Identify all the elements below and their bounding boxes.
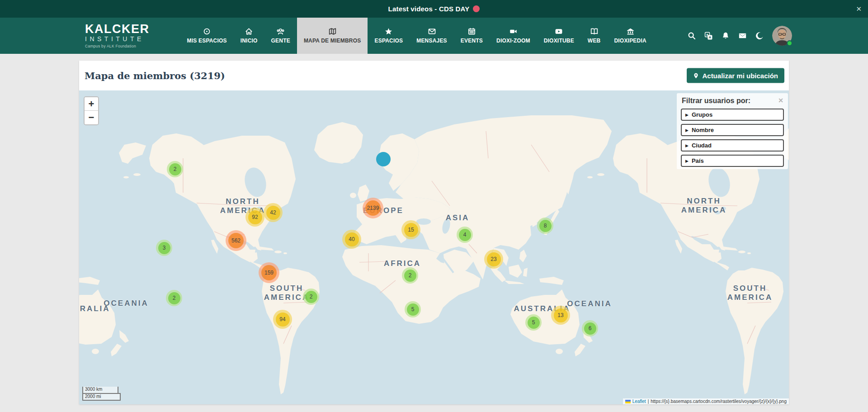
filter-accordion-grupos[interactable]: ▶Grupos bbox=[681, 109, 784, 121]
attribution-separator: | bbox=[648, 399, 649, 404]
filter-accordion-label: Ciudad bbox=[692, 142, 712, 149]
filter-accordion-label: País bbox=[692, 157, 704, 164]
envelope-icon bbox=[428, 28, 436, 35]
nav-item-events[interactable]: EVENTS bbox=[454, 18, 490, 54]
caret-right-icon: ▶ bbox=[685, 113, 689, 117]
brand-logo[interactable]: KALCKER INSTITUTE Campus by ALK Foundati… bbox=[85, 18, 150, 54]
member-cluster[interactable]: 94 bbox=[273, 310, 292, 329]
moon-icon[interactable] bbox=[755, 32, 764, 40]
translate-icon[interactable]: aA bbox=[704, 32, 713, 40]
nav-item-mis-espacios[interactable]: MIS ESPACIOS bbox=[180, 18, 234, 54]
nav-item-inicio[interactable]: INICIO bbox=[234, 18, 264, 54]
bank-icon bbox=[627, 28, 634, 35]
member-cluster[interactable]: 2 bbox=[167, 161, 183, 177]
cluster-count: 5 bbox=[532, 319, 535, 326]
user-avatar[interactable] bbox=[772, 26, 792, 46]
single-member-marker[interactable] bbox=[376, 152, 391, 166]
caret-right-icon: ▶ bbox=[685, 159, 689, 163]
member-cluster[interactable]: 5 bbox=[525, 314, 542, 331]
target-icon bbox=[203, 28, 211, 35]
online-status-dot bbox=[787, 40, 793, 46]
zoom-out-button[interactable]: − bbox=[85, 111, 98, 124]
member-cluster[interactable]: 2 bbox=[402, 267, 418, 284]
people-icon bbox=[277, 28, 284, 35]
ukraine-flag-icon bbox=[625, 400, 631, 403]
nav-menu: MIS ESPACIOSINICIOGENTEMAPA DE MIEMBROSE… bbox=[180, 18, 653, 54]
cluster-count: 94 bbox=[279, 316, 285, 322]
member-cluster[interactable]: 92 bbox=[245, 208, 264, 227]
cluster-count: 92 bbox=[252, 214, 258, 220]
announcement-banner: Latest videos - CDS DAY ✕ bbox=[0, 0, 868, 18]
members-map[interactable]: NORTH AMERICANORTH AMERICAEUROPEASIAAFRI… bbox=[79, 90, 789, 404]
filter-accordion-nombre[interactable]: ▶Nombre bbox=[681, 124, 784, 136]
member-cluster[interactable]: 4 bbox=[457, 227, 473, 243]
leaflet-link[interactable]: Leaflet bbox=[632, 399, 646, 404]
cluster-count: 42 bbox=[270, 209, 276, 216]
caret-right-icon: ▶ bbox=[685, 128, 689, 133]
member-cluster[interactable]: 2139 bbox=[363, 198, 383, 218]
youtube-icon bbox=[555, 28, 563, 35]
nav-item-web[interactable]: WEB bbox=[581, 18, 608, 54]
member-cluster[interactable]: 23 bbox=[484, 250, 503, 269]
cluster-count: 2 bbox=[174, 166, 177, 172]
filter-close-icon[interactable]: ✕ bbox=[778, 97, 783, 104]
cluster-count: 40 bbox=[349, 236, 354, 242]
member-cluster[interactable]: 5 bbox=[405, 301, 421, 317]
cluster-count: 23 bbox=[491, 256, 496, 262]
nav-item-mapa-de-miembros[interactable]: MAPA DE MIEMBROS bbox=[297, 18, 368, 54]
nav-item-gente[interactable]: GENTE bbox=[264, 18, 297, 54]
member-cluster[interactable]: 42 bbox=[264, 203, 283, 222]
member-cluster[interactable]: 15 bbox=[401, 220, 420, 239]
member-cluster[interactable]: 2 bbox=[303, 289, 319, 305]
mail-icon[interactable] bbox=[738, 32, 747, 40]
nav-item-dioxi-zoom[interactable]: DIOXI-ZOOM bbox=[490, 18, 537, 54]
member-cluster[interactable]: 6 bbox=[582, 320, 598, 336]
nav-item-espacios[interactable]: ESPACIOS bbox=[368, 18, 410, 54]
cluster-count: 562 bbox=[231, 237, 241, 244]
filter-title: Filtrar usuarios por: bbox=[682, 97, 784, 105]
map-zoom-control: + − bbox=[84, 96, 99, 125]
update-location-label: Actualizar mi ubicación bbox=[702, 72, 778, 80]
scale-mi: 2000 mi bbox=[82, 393, 121, 401]
brand-name: KALCKER bbox=[85, 23, 150, 35]
member-cluster[interactable]: 562 bbox=[226, 230, 246, 251]
nav-item-label: MENSAJES bbox=[416, 38, 447, 44]
update-location-button[interactable]: Actualizar mi ubicación bbox=[687, 68, 784, 83]
book-icon bbox=[590, 28, 598, 35]
member-cluster[interactable]: 13 bbox=[551, 306, 570, 325]
nav-item-mensajes[interactable]: MENSAJES bbox=[410, 18, 454, 54]
member-cluster[interactable]: 3 bbox=[156, 240, 172, 256]
calendar-icon bbox=[468, 28, 476, 35]
member-cluster[interactable]: 40 bbox=[342, 230, 361, 249]
filter-accordion-ciudad[interactable]: ▶Ciudad bbox=[681, 139, 784, 152]
nav-item-label: DIOXI-ZOOM bbox=[496, 38, 530, 44]
map-scale-control: 3000 km 2000 mi bbox=[82, 387, 121, 401]
cluster-count: 5 bbox=[411, 306, 415, 313]
cluster-count: 159 bbox=[264, 270, 274, 276]
cluster-count: 3 bbox=[163, 245, 166, 251]
nav-item-label: WEB bbox=[588, 38, 601, 44]
member-cluster[interactable]: 2 bbox=[166, 290, 182, 306]
location-pin-icon bbox=[693, 72, 699, 79]
member-cluster[interactable]: 159 bbox=[259, 262, 279, 283]
filter-accordion-país[interactable]: ▶País bbox=[681, 155, 784, 167]
filter-accordion-label: Nombre bbox=[692, 127, 714, 133]
map-attribution: Leaflet | https://{s}.basemaps.cartocdn.… bbox=[623, 398, 789, 404]
member-cluster[interactable]: 8 bbox=[537, 218, 553, 234]
nav-item-dioxipedia[interactable]: DIOXIPEDIA bbox=[607, 18, 653, 54]
cluster-count: 2 bbox=[173, 295, 176, 301]
filter-accordion-label: Grupos bbox=[692, 111, 712, 118]
search-icon[interactable] bbox=[688, 32, 696, 40]
zoom-in-button[interactable]: + bbox=[85, 97, 98, 111]
announcement-text[interactable]: Latest videos - CDS DAY bbox=[388, 5, 480, 13]
nav-item-label: MIS ESPACIOS bbox=[187, 38, 227, 44]
brand-tagline: Campus by ALK Foundation bbox=[85, 44, 150, 48]
caret-right-icon: ▶ bbox=[685, 143, 689, 148]
nav-item-label: ESPACIOS bbox=[374, 38, 403, 44]
nav-item-label: EVENTS bbox=[461, 38, 483, 44]
cluster-count: 15 bbox=[408, 227, 414, 233]
nav-item-dioxitube[interactable]: DIOXITUBE bbox=[537, 18, 581, 54]
close-icon[interactable]: ✕ bbox=[856, 5, 862, 13]
cluster-count: 8 bbox=[544, 223, 547, 229]
bell-icon[interactable] bbox=[722, 32, 730, 40]
